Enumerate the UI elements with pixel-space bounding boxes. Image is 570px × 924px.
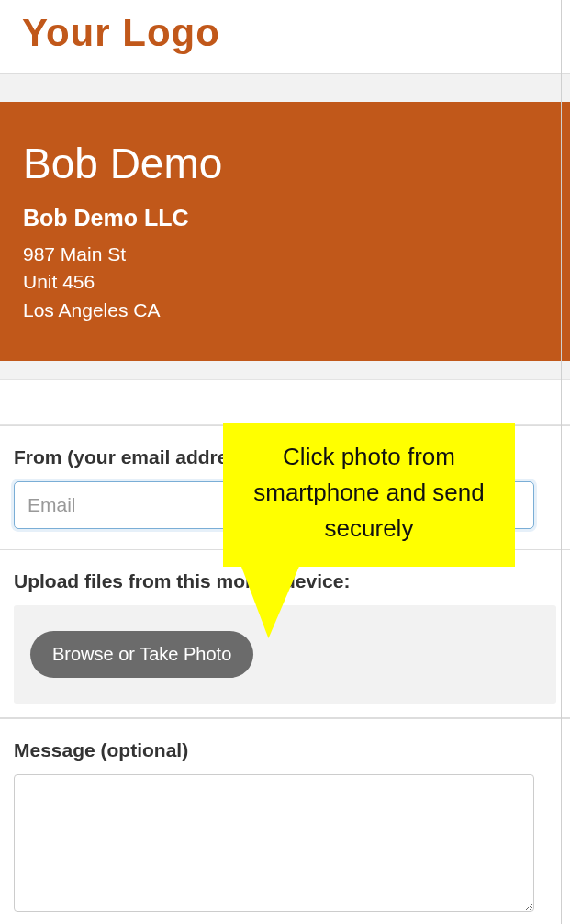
message-label: Message (optional) [14, 739, 556, 761]
callout-tail [240, 563, 313, 638]
message-section: Message (optional) [0, 718, 570, 924]
browse-or-take-photo-button[interactable]: Browse or Take Photo [30, 631, 253, 678]
contact-company: Bob Demo LLC [23, 205, 547, 231]
callout-text: Click photo from smartphone and send sec… [253, 443, 485, 542]
contact-hero: Bob Demo Bob Demo LLC 987 Main St Unit 4… [0, 102, 570, 361]
spacer [0, 379, 570, 425]
contact-addr2: Unit 456 [23, 268, 547, 296]
divider [561, 0, 562, 924]
contact-name: Bob Demo [23, 139, 547, 188]
logo: Your Logo [22, 11, 548, 55]
contact-addr3: Los Angeles CA [23, 297, 547, 324]
logo-bar: Your Logo [0, 0, 570, 74]
callout-annotation: Click photo from smartphone and send sec… [223, 423, 515, 567]
message-textarea[interactable] [14, 774, 534, 912]
contact-addr1: 987 Main St [23, 241, 547, 268]
